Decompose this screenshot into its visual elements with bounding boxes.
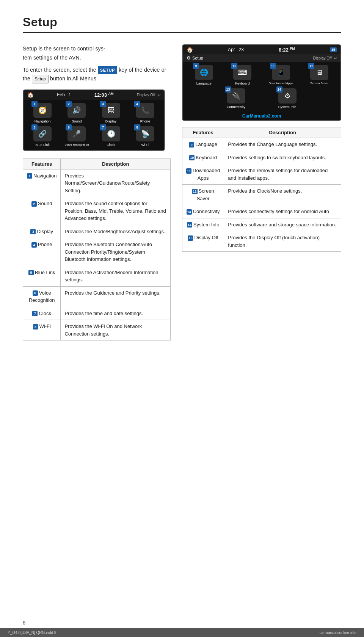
wifi-icon-item: 8 📡 Wi-Fi	[131, 126, 159, 147]
display-label: Display	[105, 119, 117, 123]
num-badge: 4	[31, 242, 37, 248]
num-badge: 1	[27, 173, 32, 179]
wifi-icon-box: 8 📡	[136, 126, 154, 141]
phone-label: Phone	[140, 119, 150, 123]
description-cell: Provides the time and date settings.	[61, 307, 171, 320]
table-row: 6VoiceRecognition Provides the Guidance …	[23, 286, 171, 307]
keyboard-icon-box: 10 ⌨	[233, 65, 251, 80]
home-icon-right: 🏠	[187, 47, 193, 53]
feature-cell: 8Wi-Fi	[23, 320, 61, 340]
description-cell: Provides the Activation/Modem Informatio…	[61, 266, 171, 286]
right-screen-subheader: ⚙ Setup Display Off ↩	[183, 54, 340, 62]
language-label: Language	[196, 82, 212, 85]
description-cell: Provides Normal/Screen/Guidance/Route/Sa…	[61, 169, 171, 197]
badge-1: 1	[31, 101, 38, 107]
badge-13: 13	[225, 86, 231, 93]
description-cell: Provides the Guidance and Priority setti…	[61, 286, 171, 307]
watermark: CarManuals2.com	[183, 112, 340, 120]
left-icons-row1: 1 🧭 Navigation 2 🔊 Sound	[24, 100, 164, 126]
description-cell: Provides software and storage space info…	[224, 218, 341, 231]
badge-10: 10	[231, 63, 237, 69]
nav-icon-item: 1 🧭 Navigation	[28, 103, 57, 123]
setup-key: SETUP	[98, 66, 117, 75]
left-screen-date: Feb 1	[57, 92, 71, 97]
setup-screen-label: ⚙ Setup	[187, 55, 203, 61]
table-row: 2Sound Provides the sound control option…	[23, 197, 171, 225]
left-screen-time: 12:03 AM	[94, 92, 114, 98]
display-icon-item: 3 🖼 Display	[97, 103, 125, 123]
num-badge: 14	[187, 222, 192, 228]
table-row: 10Keyboard Provides settings to switch k…	[182, 151, 341, 164]
screensaver-label: Screen Saver	[310, 82, 328, 85]
connectivity-icon-item: 13 🔌 Connectivity	[222, 88, 250, 109]
setup-btn: Setup	[32, 75, 49, 83]
num-badge: 8	[33, 324, 38, 329]
table-row: 1Navigation Provides Normal/Screen/Guida…	[23, 169, 171, 197]
right-table-col2: Description	[224, 127, 341, 138]
right-device-screen: 🏠 Apr 23 8:22 PM 15 ⚙ Setup Display Off …	[182, 44, 341, 121]
phone-icon-box: 4 📞	[136, 103, 154, 118]
phone-icon-item: 4 📞 Phone	[131, 103, 159, 123]
feature-cell: 9Language	[182, 138, 224, 151]
feature-cell: 14System Info	[182, 218, 224, 231]
num-badge: 3	[30, 229, 36, 234]
num-badge: 5	[28, 270, 34, 275]
feature-cell: 13Connectivity	[182, 205, 224, 218]
connectivity-label: Connectivity	[227, 105, 245, 109]
left-table-col2: Description	[61, 158, 171, 169]
description-cell: Provides connectivity settings for Andro…	[224, 205, 341, 218]
num-badge: 10	[189, 155, 195, 160]
feature-cell: 6VoiceRecognition	[23, 286, 61, 307]
intro-text: Setup is the screen to control sys- tem …	[23, 44, 171, 83]
page-number: 8	[23, 620, 25, 626]
feature-cell: 15Display Off	[182, 231, 224, 252]
badge-14: 14	[276, 86, 282, 93]
sound-label: Sound	[72, 119, 82, 123]
description-cell: Provides settings to switch keyboard lay…	[224, 151, 341, 164]
left-icons-row2: 5 🔗 Blue Link 6 🎤 Voice Recognition	[24, 126, 164, 150]
table-row: 11DownloadedApps Provides the removal se…	[182, 164, 341, 185]
description-cell: Provides the Change Language settings.	[224, 138, 341, 151]
feature-cell: 12ScreenSaver	[182, 185, 224, 205]
keyboard-label: Keyboard	[235, 82, 250, 85]
downloaded-icon-box: 11 📱	[272, 65, 290, 80]
downloaded-label: Downloaded Apps	[269, 82, 293, 85]
table-row: 13Connectivity Provides connectivity set…	[182, 205, 341, 218]
num-badge: 6	[33, 290, 38, 296]
num-badge: 7	[32, 311, 38, 316]
display-off-label-left: Display Off ↩	[137, 93, 160, 97]
voice-icon-box: 6 🎤	[67, 126, 86, 141]
left-screen-header: 🏠 Feb 1 12:03 AM Display Off ↩	[24, 90, 164, 99]
wifi-label: Wi-Fi	[141, 143, 149, 147]
badge-12: 12	[308, 63, 314, 69]
left-table-col1: Features	[23, 158, 61, 169]
footer-left: Y_G4.0[USA_N] QRG.indd 8	[8, 631, 56, 635]
badge-8: 8	[134, 124, 140, 130]
right-screen-date: Apr 23	[228, 47, 244, 52]
num-badge: 11	[186, 168, 191, 174]
feature-cell: 7Clock	[23, 307, 61, 320]
num-badge: 15	[188, 235, 193, 241]
intro-line2: tem settings of the AVN.	[23, 55, 81, 61]
badge-15-box: 15	[330, 47, 337, 52]
right-icons-row1: 9 🌐 Language 10 ⌨ Keyboard	[183, 62, 340, 88]
table-row: 15Display Off Provides the Display Off (…	[182, 231, 341, 252]
sound-icon-box: 2 🔊	[67, 103, 86, 118]
intro-line3: To enter the screen, select the	[23, 67, 96, 73]
badge-7: 7	[100, 124, 106, 130]
table-row: 9Language Provides the Change Language s…	[182, 138, 341, 151]
bluelink-icon-item: 5 🔗 Blue Link	[28, 126, 57, 147]
badge-11: 11	[270, 63, 276, 69]
badge-3: 3	[100, 101, 106, 107]
watermark-text: CarManuals2.com	[242, 113, 281, 119]
footer-right: carmanualsonline.info	[320, 631, 356, 635]
left-device-screen: 🏠 Feb 1 12:03 AM Display Off ↩ 1 🧭 Navig…	[23, 89, 165, 151]
feature-cell: 11DownloadedApps	[182, 164, 224, 185]
description-cell: Provides the removal settings for downlo…	[224, 164, 341, 185]
sysinfo-label: System Info	[278, 105, 297, 109]
description-cell: Provides the Wi-Fi On and Network Connec…	[61, 320, 171, 340]
footer-bar: Y_G4.0[USA_N] QRG.indd 8 carmanualsonlin…	[0, 628, 364, 637]
connectivity-icon-box: 13 🔌	[227, 88, 245, 104]
sound-icon-item: 2 🔊 Sound	[63, 103, 91, 123]
feature-cell: 4Phone	[23, 238, 61, 266]
